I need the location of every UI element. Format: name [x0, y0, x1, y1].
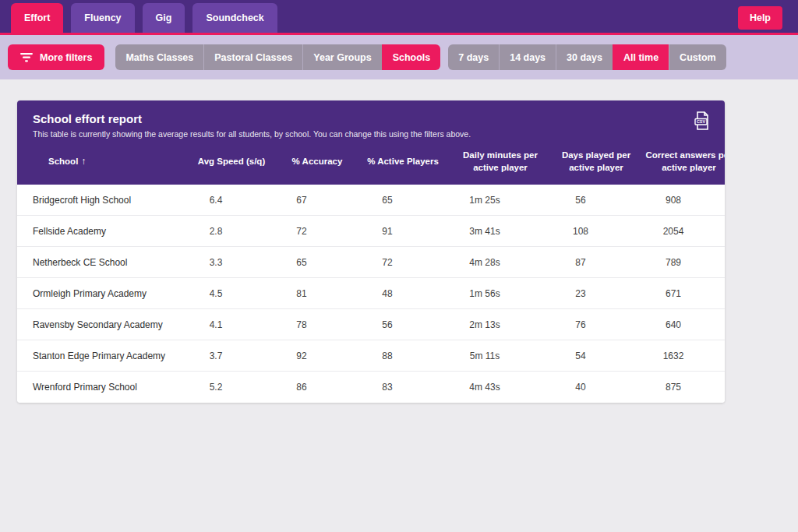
column-header-correct-answers[interactable]: Correct answers per active player: [637, 150, 725, 174]
cell-correct-answers: 2054: [622, 226, 725, 237]
cell-avg-speed: 4.5: [173, 288, 259, 299]
table-body: Bridgecroft High School 6.4 67 65 1m 25s…: [17, 185, 725, 403]
column-header-daily-minutes[interactable]: Daily minutes per active player: [446, 150, 555, 174]
cell-active-players: 72: [344, 257, 430, 268]
page-content: School effort report This table is curre…: [0, 79, 798, 403]
cell-accuracy: 78: [259, 319, 344, 330]
table-row: Ravensby Secondary Academy 4.1 78 56 2m …: [17, 309, 725, 340]
cell-avg-speed: 2.8: [173, 226, 259, 237]
cell-school-name: Ormleigh Primary Academy: [17, 288, 173, 299]
column-header-active-players[interactable]: % Active Players: [360, 156, 446, 168]
report-header: School effort report This table is curre…: [17, 100, 725, 185]
filter-year-groups[interactable]: Year Groups: [302, 44, 381, 70]
column-header-accuracy[interactable]: % Accuracy: [274, 156, 360, 168]
cell-active-players: 88: [344, 351, 430, 361]
cell-school-name: Stanton Edge Primary Academy: [17, 351, 173, 361]
cell-correct-answers: 908: [622, 195, 725, 206]
cell-days-played: 40: [539, 382, 622, 393]
more-filters-button[interactable]: More filters: [8, 44, 104, 70]
cell-daily-minutes: 1m 25s: [430, 195, 539, 206]
cell-days-played: 87: [539, 257, 622, 268]
tab-soundcheck[interactable]: Soundcheck: [192, 3, 277, 33]
cell-days-played: 108: [539, 226, 622, 237]
cell-days-played: 56: [539, 195, 622, 206]
cell-accuracy: 65: [259, 257, 344, 268]
filter-icon: [20, 53, 33, 62]
report-subtitle: This table is currently showing the aver…: [33, 129, 709, 139]
cell-correct-answers: 1632: [622, 351, 725, 361]
column-header-school-label: School: [48, 157, 78, 166]
cell-daily-minutes: 1m 56s: [430, 288, 539, 299]
filter-bar: More filters Maths Classes Pastoral Clas…: [0, 35, 798, 79]
cell-correct-answers: 671: [622, 288, 725, 299]
cell-active-players: 91: [344, 226, 430, 237]
filter-14-days[interactable]: 14 days: [499, 44, 556, 70]
svg-text:CSV: CSV: [697, 119, 705, 124]
cell-avg-speed: 3.7: [173, 351, 259, 361]
cell-days-played: 23: [539, 288, 622, 299]
school-effort-report-card: School effort report This table is curre…: [17, 100, 725, 403]
cell-school-name: Wrenford Primary School: [17, 382, 173, 393]
cell-accuracy: 86: [259, 382, 344, 393]
cell-daily-minutes: 2m 13s: [430, 319, 539, 330]
cell-accuracy: 72: [259, 226, 344, 237]
filter-30-days[interactable]: 30 days: [556, 44, 613, 70]
cell-days-played: 54: [539, 351, 622, 361]
filter-maths-classes[interactable]: Maths Classes: [115, 44, 203, 70]
cell-accuracy: 67: [259, 195, 344, 206]
help-button[interactable]: Help: [738, 6, 782, 30]
cell-active-players: 56: [344, 319, 430, 330]
filter-custom[interactable]: Custom: [669, 44, 726, 70]
filter-schools[interactable]: Schools: [382, 44, 441, 70]
cell-correct-answers: 640: [622, 319, 725, 330]
sort-ascending-icon: ↑: [81, 156, 86, 167]
report-title: School effort report: [33, 112, 709, 125]
cell-school-name: Ravensby Secondary Academy: [17, 319, 173, 330]
cell-avg-speed: 4.1: [173, 319, 259, 330]
more-filters-label: More filters: [40, 52, 92, 63]
cell-active-players: 83: [344, 382, 430, 393]
tab-bar: Effort Fluency Gig Soundcheck: [11, 3, 277, 33]
cell-avg-speed: 6.4: [173, 195, 259, 206]
cell-avg-speed: 5.2: [173, 382, 259, 393]
cell-days-played: 76: [539, 319, 622, 330]
cell-accuracy: 92: [259, 351, 344, 361]
cell-daily-minutes: 4m 28s: [430, 257, 539, 268]
cell-active-players: 48: [344, 288, 430, 299]
filter-all-time[interactable]: All time: [613, 44, 669, 70]
cell-school-name: Bridgecroft High School: [17, 195, 173, 206]
cell-daily-minutes: 5m 11s: [430, 351, 539, 361]
table-row: Ormleigh Primary Academy 4.5 81 48 1m 56…: [17, 278, 725, 309]
table-row: Netherbeck CE School 3.3 65 72 4m 28s 87…: [17, 247, 725, 278]
column-header-avg-speed[interactable]: Avg Speed (s/q): [189, 156, 274, 168]
time-range-segmented-control: 7 days 14 days 30 days All time Custom: [448, 44, 726, 70]
cell-daily-minutes: 4m 43s: [430, 382, 539, 393]
tab-fluency[interactable]: Fluency: [71, 3, 134, 33]
csv-export-button[interactable]: CSV: [692, 111, 712, 132]
cell-daily-minutes: 3m 41s: [430, 226, 539, 237]
top-navigation: Effort Fluency Gig Soundcheck Help: [0, 0, 798, 35]
cell-school-name: Netherbeck CE School: [17, 257, 173, 268]
cell-correct-answers: 789: [622, 257, 725, 268]
tab-gig[interactable]: Gig: [143, 3, 185, 33]
table-header-row: School↑ Avg Speed (s/q) % Accuracy % Act…: [33, 139, 709, 185]
cell-avg-speed: 3.3: [173, 257, 259, 268]
group-by-segmented-control: Maths Classes Pastoral Classes Year Grou…: [115, 44, 440, 70]
tab-effort[interactable]: Effort: [11, 3, 63, 33]
column-header-days-played[interactable]: Days played per active player: [555, 150, 637, 174]
table-row: Stanton Edge Primary Academy 3.7 92 88 5…: [17, 340, 725, 372]
cell-active-players: 65: [344, 195, 430, 206]
cell-accuracy: 81: [259, 288, 344, 299]
cell-correct-answers: 875: [622, 382, 725, 393]
table-row: Fellside Academy 2.8 72 91 3m 41s 108 20…: [17, 216, 725, 247]
column-header-school[interactable]: School↑: [33, 155, 189, 168]
cell-school-name: Fellside Academy: [17, 226, 173, 237]
table-row: Bridgecroft High School 6.4 67 65 1m 25s…: [17, 185, 725, 216]
table-row: Wrenford Primary School 5.2 86 83 4m 43s…: [17, 372, 725, 403]
csv-file-icon: CSV: [694, 111, 711, 130]
filter-pastoral-classes[interactable]: Pastoral Classes: [203, 44, 302, 70]
filter-7-days[interactable]: 7 days: [448, 44, 499, 70]
